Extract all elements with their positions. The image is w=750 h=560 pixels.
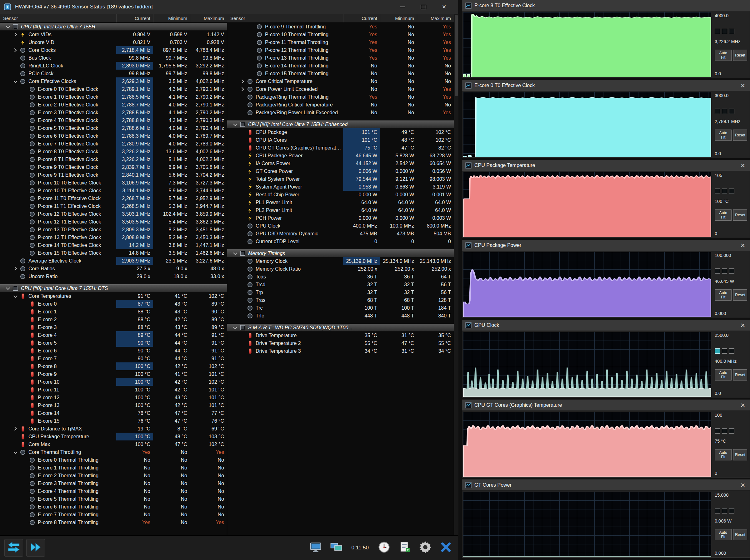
sensor-row[interactable]: E-core 0 T0 Effective Clock2,789.1 MHz4.…: [0, 85, 227, 93]
graph-checkbox[interactable]: [722, 268, 727, 274]
sensor-row[interactable]: P-core 10 Thermal ThrottlingYesNoYes: [227, 30, 454, 38]
sensor-row[interactable]: E-core 1 Thermal ThrottlingNoNoNo: [0, 464, 227, 472]
reset-button[interactable]: Reset: [733, 449, 747, 460]
graph-checkbox[interactable]: [715, 109, 720, 114]
column-header-maximum[interactable]: Maximum: [417, 14, 454, 22]
graph-titlebar[interactable]: E-core 0 T0 Effective Clock✕: [462, 80, 750, 91]
sensor-row[interactable]: Bus Clock99.8 MHz99.7 MHz99.8 MHz: [0, 54, 227, 62]
graph-checkbox[interactable]: [722, 348, 727, 354]
scrollbar-thumb[interactable]: [455, 15, 458, 96]
auto-fit-button[interactable]: Auto Fit: [715, 529, 732, 540]
close-icon[interactable]: ✕: [739, 242, 747, 249]
sensor-row[interactable]: Total System Power79.544 W9.121 W98.003 …: [227, 175, 454, 183]
auto-fit-button[interactable]: Auto Fit: [715, 50, 732, 61]
sensor-row[interactable]: CPU Package Temperature100 °C48 °C103 °C: [0, 433, 227, 440]
sensor-row[interactable]: PL2 Power Limit64.0 W64.0 W64.0 W: [227, 206, 454, 214]
sensor-row[interactable]: Trcd32 T32 T56 T: [227, 281, 454, 288]
sensor-row[interactable]: P-core 13 T0 Effective Clock2,809.3 MHz8…: [0, 226, 227, 233]
maximize-button[interactable]: [413, 0, 434, 14]
graph-checkbox[interactable]: [715, 508, 720, 514]
sensor-row[interactable]: E-core 7 Thermal ThrottlingNoNoNo: [0, 511, 227, 518]
graph-checkbox[interactable]: [715, 348, 720, 354]
close-icon[interactable]: ✕: [739, 322, 747, 329]
graph-checkbox[interactable]: [729, 428, 734, 434]
column-header-current[interactable]: Current: [116, 14, 153, 22]
graph-checkbox[interactable]: [722, 428, 727, 434]
swap-columns-button[interactable]: [4, 539, 23, 557]
sensor-row[interactable]: E-core 2 T0 Effective Clock2,788.7 MHz4.…: [0, 101, 227, 109]
chevron-right-icon[interactable]: [238, 88, 246, 90]
graph-checkbox[interactable]: [729, 189, 734, 194]
sensor-row[interactable]: E-core 14 Thermal ThrottlingNoNoNo: [227, 62, 454, 69]
scrollbar[interactable]: [454, 14, 458, 535]
sensor-row[interactable]: CPU IA Cores101 °C48 °C102 °C: [227, 136, 454, 144]
sensor-row[interactable]: P-core 8100 °C42 °C102 °C: [0, 362, 227, 370]
sensor-row[interactable]: P-core 9 T0 Effective Clock2,839.7 MHz6.…: [0, 163, 227, 171]
sensor-row[interactable]: Core Effective Clocks2,629.3 MHz3.5 MHz4…: [0, 78, 227, 85]
column-header-sensor[interactable]: Sensor: [0, 14, 116, 22]
sensor-row[interactable]: P-core 10 T1 Effective Clock3,114.1 MHz5…: [0, 187, 227, 194]
close-icon[interactable]: ✕: [739, 162, 747, 169]
sensor-row[interactable]: Package/Ring Critical TemperatureNoNoNo: [227, 101, 454, 109]
graph-checkbox[interactable]: [722, 109, 727, 114]
close-button[interactable]: ✕: [434, 0, 454, 14]
section-header-row[interactable]: CPU [#0]: Intel Core Ultra 7 155H: [0, 23, 227, 30]
sensor-row[interactable]: E-core 6 Thermal ThrottlingNoNoNo: [0, 503, 227, 511]
sensor-row[interactable]: Core Ratios27.3 x9.0 x48.0 x: [0, 265, 227, 272]
chevron-right-icon[interactable]: [11, 427, 19, 430]
settings-button[interactable]: [417, 540, 433, 556]
sensor-row[interactable]: E-core 2 Thermal ThrottlingNoNoNo: [0, 472, 227, 479]
sensor-row[interactable]: E-core 7 T0 Effective Clock2,780.9 MHz4.…: [0, 140, 227, 148]
sensor-row[interactable]: P-core 8 Thermal ThrottlingYesNoYes: [0, 518, 227, 526]
sensor-row[interactable]: PCIe Clock99.8 MHz99.7 MHz99.8 MHz: [0, 69, 227, 78]
sensor-row[interactable]: Core Power Limit ExceededNoNoYes: [227, 85, 454, 93]
sensor-row[interactable]: Average Effective Clock2,903.9 MHz23.1 M…: [0, 257, 227, 265]
chevron-down-icon[interactable]: [231, 327, 239, 329]
sensor-row[interactable]: E-core 5 T0 Effective Clock2,788.6 MHz4.…: [0, 124, 227, 132]
sensor-row[interactable]: IA Cores Power44.152 W2.542 W60.654 W: [227, 160, 454, 167]
sensor-row[interactable]: E-core 1576 °C47 °C76 °C: [0, 417, 227, 425]
graph-checkbox[interactable]: [715, 29, 720, 34]
sensor-row[interactable]: E-core 188 °C43 °C90 °C: [0, 308, 227, 316]
graph-checkbox[interactable]: [729, 29, 734, 34]
sensor-row[interactable]: CPU Package Power46.645 W5.828 W63.728 W: [227, 152, 454, 160]
sensor-row[interactable]: P-core 8 T1 Effective Clock3,226.2 MHz5.…: [0, 155, 227, 163]
graph-titlebar[interactable]: CPU Package Power✕: [462, 240, 750, 251]
chevron-down-icon[interactable]: [11, 295, 19, 297]
graph-checkbox[interactable]: [715, 268, 720, 274]
sensor-row[interactable]: Drive Temperature 334 °C31 °C34 °C: [227, 347, 454, 355]
sensor-row[interactable]: E-core 388 °C43 °C89 °C: [0, 324, 227, 331]
auto-fit-button[interactable]: Auto Fit: [715, 209, 732, 221]
sensor-row[interactable]: Tras68 T68 T128 T: [227, 296, 454, 304]
sensor-row[interactable]: E-core 489 °C44 °C91 °C: [0, 331, 227, 339]
auto-fit-button[interactable]: Auto Fit: [715, 449, 732, 460]
sensor-row[interactable]: P-core 12100 °C43 °C101 °C: [0, 394, 227, 401]
sensor-row[interactable]: E-core 690 °C44 °C91 °C: [0, 347, 227, 355]
sensor-row[interactable]: E-core 3 T0 Effective Clock2,788.5 MHz4.…: [0, 109, 227, 117]
close-icon[interactable]: ✕: [739, 482, 747, 489]
clock-button[interactable]: [376, 540, 392, 556]
column-header-maximum[interactable]: Maximum: [190, 14, 227, 22]
column-header-minimum[interactable]: Minimum: [153, 14, 190, 22]
chevron-down-icon[interactable]: [231, 124, 239, 125]
auto-fit-button[interactable]: Auto Fit: [715, 289, 732, 300]
sensor-row[interactable]: P-core 11 T1 Effective Clock2,268.5 MHz5…: [0, 202, 227, 210]
chevron-right-icon[interactable]: [238, 80, 246, 83]
sensor-row[interactable]: E-core 288 °C42 °C89 °C: [0, 316, 227, 324]
sensor-row[interactable]: P-core 9 Thermal ThrottlingYesNoYes: [227, 23, 454, 30]
logging-report-button[interactable]: [397, 540, 413, 556]
reset-button[interactable]: Reset: [733, 129, 747, 141]
graph-checkbox[interactable]: [729, 348, 734, 354]
auto-fit-button[interactable]: Auto Fit: [715, 129, 732, 141]
column-header-current[interactable]: Current: [343, 14, 380, 22]
sensor-row[interactable]: GPU D3D Memory Dynamic475 MB473 MB504 MB: [227, 230, 454, 237]
sensor-row[interactable]: CPU Package101 °C49 °C102 °C: [227, 128, 454, 136]
minimize-button[interactable]: [393, 0, 413, 14]
sensor-row[interactable]: Current cTDP Level000: [227, 237, 454, 245]
reset-button[interactable]: Reset: [733, 369, 747, 380]
chevron-down-icon[interactable]: [231, 252, 239, 254]
sensor-row[interactable]: P-core 13100 °C42 °C101 °C: [0, 401, 227, 409]
sensor-row[interactable]: E-core 1 T0 Effective Clock2,788.5 MHz4.…: [0, 93, 227, 101]
sensor-row[interactable]: Core Clocks2,718.4 MHz897.8 MHz4,788.4 M…: [0, 46, 227, 54]
sensor-row[interactable]: P-core 10 T0 Effective Clock3,106.9 MHz7…: [0, 179, 227, 187]
